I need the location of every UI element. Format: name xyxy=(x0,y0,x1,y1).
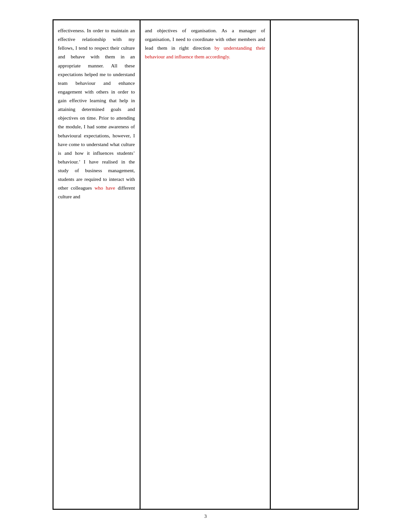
middle-text-highlight: by understanding their behaviour and inf… xyxy=(145,45,265,59)
middle-text-main: and objectives of organisation. As a man… xyxy=(145,28,265,59)
outer-border: effectiveness. In order to maintain an e… xyxy=(53,19,359,510)
column-left: effectiveness. In order to maintain an e… xyxy=(54,20,141,509)
table-area: effectiveness. In order to maintain an e… xyxy=(54,20,358,509)
column-middle: and objectives of organisation. As a man… xyxy=(141,20,271,509)
left-text-highlight: who have xyxy=(94,185,115,191)
page-number-area: 3 xyxy=(53,510,359,519)
column-right xyxy=(271,20,358,509)
left-text-main: effectiveness. In order to maintain an e… xyxy=(58,28,135,199)
page-number: 3 xyxy=(204,514,207,519)
page-container: effectiveness. In order to maintain an e… xyxy=(0,0,411,532)
